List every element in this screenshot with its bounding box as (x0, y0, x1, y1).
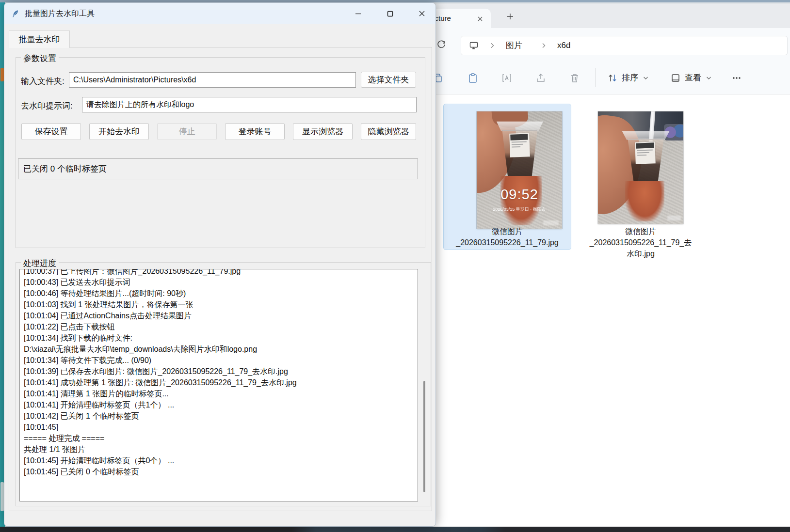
progress-group-title: 处理进度 (21, 258, 59, 269)
explorer-tab-bar: r\Picture (416, 4, 790, 28)
more-options-icon[interactable] (730, 72, 743, 84)
breadcrumb-item-x6d[interactable]: x6d (557, 36, 570, 55)
taskbar[interactable] (0, 527, 790, 532)
log-line: [10:01:45] 开始清理临时标签页（共0个） ... (24, 455, 414, 466)
photo-corner-watermark (667, 216, 681, 220)
chevron-right-icon (488, 42, 496, 49)
refresh-icon[interactable] (435, 38, 448, 51)
watermark-tool-window: 批量图片去水印工具 批量去水印 参数设置 输入文件夹: C:\Users\Adm… (4, 2, 436, 527)
explorer-command-bar: 排序 查看 (416, 61, 790, 94)
log-line: [10:01:42] 已关闭 1 个临时标签页 (24, 410, 414, 422)
log-textarea[interactable]: [10:00:37] 已上传图片：微信图片_20260315095226_11_… (19, 269, 418, 501)
sort-button[interactable]: 排序 (622, 72, 638, 84)
chevron-right-icon (540, 42, 548, 49)
prompt-field[interactable]: 请去除图片上的所有水印和logo (82, 97, 417, 112)
log-line: ===== 处理完成 ===== (24, 433, 414, 444)
stop-button[interactable]: 停止 (157, 123, 217, 140)
notebook-frame: 参数设置 输入文件夹: C:\Users\Administrator\Pictu… (9, 47, 432, 511)
start-removal-button[interactable]: 开始去水印 (89, 123, 149, 140)
file-tile-watermarked[interactable]: 09:52 2026/03/15 星期日 · 衡阳市 微信图片 _2026031… (444, 104, 571, 250)
log-line: [10:01:39] 已保存去水印图片: 微信图片_20260315095226… (24, 366, 414, 377)
choose-folder-button[interactable]: 选择文件夹 (361, 72, 416, 88)
minimize-icon[interactable] (347, 3, 369, 24)
file-explorer-window: r\Picture 图片 x6d (416, 4, 790, 527)
log-line: [10:01:41] 开始清理临时标签页（共1个） ... (24, 399, 414, 410)
title-bar[interactable]: 批量图片去水印工具 (4, 3, 435, 24)
file-name-line: _20260315095226_11_79.jpg (444, 237, 571, 248)
file-name-line: 微信图片 (444, 226, 571, 237)
file-name-line: 水印.jpg (577, 248, 704, 259)
log-line: [10:01:45] 已关闭 0 个临时标签页 (24, 466, 414, 477)
file-thumbnail (598, 111, 683, 224)
breadcrumb-item-pictures[interactable]: 图片 (506, 36, 522, 55)
status-box: 已关闭 0 个临时标签页 (18, 158, 418, 179)
this-pc-icon[interactable] (468, 40, 480, 51)
file-tile-cleaned[interactable]: 微信图片 _20260315095226_11_79_去 水印.jpg (577, 104, 704, 264)
progress-groupbox: 处理进度 [10:00:37] 已上传图片：微信图片_2026031509522… (16, 262, 431, 506)
params-group-title: 参数设置 (21, 53, 59, 64)
log-line: [10:01:22] 已点击下载按钮 (24, 321, 414, 332)
log-line: [10:01:41] 清理第 1 张图片的临时标签页... (24, 388, 414, 399)
show-browser-button[interactable]: 显示浏览器 (293, 123, 353, 140)
log-line: [10:01:45] (24, 422, 414, 433)
chevron-down-icon (705, 75, 712, 81)
rename-icon[interactable] (500, 72, 513, 84)
login-account-button[interactable]: 登录账号 (225, 123, 285, 140)
paste-icon[interactable] (467, 72, 479, 84)
params-groupbox: 参数设置 输入文件夹: C:\Users\Administrator\Pictu… (16, 57, 425, 248)
log-line: [10:01:34] 找到下载的临时文件: (24, 332, 414, 344)
file-name-line: 微信图片 (577, 226, 704, 237)
log-line: [10:01:41] 成功处理第 1 张图片: 微信图片_20260315095… (24, 377, 414, 388)
delete-icon[interactable] (568, 72, 581, 84)
sort-icon (606, 72, 619, 84)
log-line: [10:00:43] 已发送去水印提示词 (24, 277, 414, 288)
window-title: 批量图片去水印工具 (25, 9, 95, 19)
view-icon (669, 72, 682, 84)
hide-browser-button[interactable]: 隐藏浏览器 (361, 123, 416, 140)
photo-date-watermark: 2026/03/15 星期日 · 衡阳市 (477, 206, 562, 213)
input-folder-field[interactable]: C:\Users\Administrator\Pictures\x6d (69, 72, 356, 88)
new-tab-icon[interactable] (503, 10, 517, 23)
view-button[interactable]: 查看 (685, 72, 701, 84)
file-name-line: _20260315095226_11_79_去 (577, 237, 704, 248)
prompt-label: 去水印提示词: (21, 100, 73, 111)
photo-clock-watermark: 09:52 (477, 187, 562, 203)
explorer-file-area: 09:52 2026/03/15 星期日 · 衡阳市 微信图片 _2026031… (416, 94, 790, 527)
toolbar-divider (595, 68, 596, 87)
share-icon[interactable] (534, 72, 547, 84)
close-icon[interactable] (411, 3, 433, 24)
save-settings-button[interactable]: 保存设置 (21, 123, 81, 140)
log-line: 共处理 1/1 张图片 (24, 444, 414, 455)
desktop-icon-fragment (0, 68, 4, 81)
address-bar[interactable]: 图片 x6d (461, 36, 788, 55)
file-thumbnail: 09:52 2026/03/15 星期日 · 衡阳市 (477, 111, 562, 229)
log-line: [10:01:04] 已通过ActionChains点击处理结果图片 (24, 310, 414, 321)
tab-close-icon[interactable] (474, 13, 486, 25)
desktop-icon-fragment (0, 482, 4, 511)
chevron-down-icon (642, 75, 649, 81)
log-line: [10:01:34] 等待文件下载完成... (0/90) (24, 355, 414, 366)
app-feather-icon (10, 9, 20, 18)
log-line: [10:00:46] 等待处理结果图片...(超时时间: 90秒) (24, 288, 414, 299)
input-folder-label: 输入文件夹: (21, 76, 64, 87)
explorer-address-row: 图片 x6d (416, 28, 790, 61)
log-scrollbar-thumb[interactable] (423, 381, 425, 492)
log-line: D:\xiazai\无痕批量去水印\temp_downloads\去除图片水印和… (24, 344, 414, 355)
log-line: [10:00:37] 已上传图片：微信图片_20260315095226_11_… (24, 269, 414, 277)
log-line: [10:01:03] 找到 1 张处理结果图片，将保存第一张 (24, 299, 414, 310)
photo-corner-watermark (543, 220, 559, 225)
status-text: 已关闭 0 个临时标签页 (23, 163, 107, 174)
tab-batch-watermark-removal[interactable]: 批量去水印 (9, 31, 70, 48)
maximize-icon[interactable] (379, 3, 401, 24)
